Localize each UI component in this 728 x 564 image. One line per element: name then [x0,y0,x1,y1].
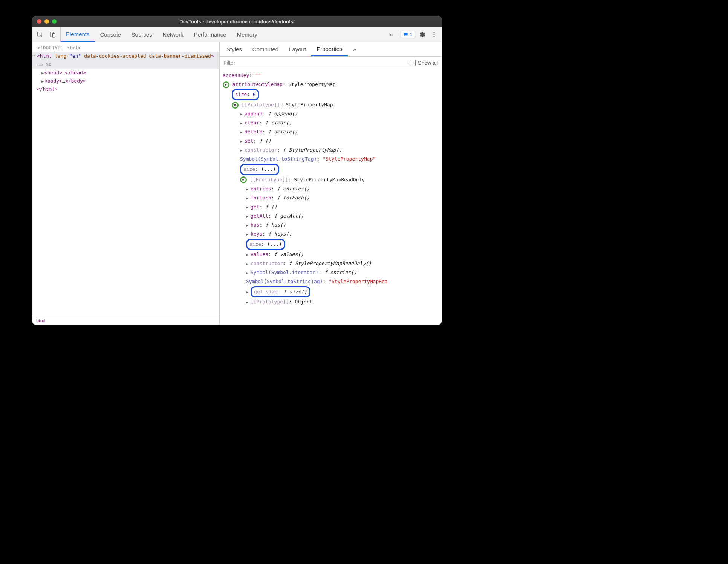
property-row[interactable]: Symbol(Symbol.toStringTag): "StyleProper… [220,155,442,164]
sidebar-pane: StylesComputedLayoutProperties» Show all… [220,42,442,325]
highlighted-property: get size: f size() [251,286,310,297]
toolbar-right: 1 [398,27,442,42]
highlighted-property: size: 0 [232,89,259,100]
property-row[interactable]: size: (...) [220,164,442,175]
dom-tree[interactable]: <!DOCTYPE html> <html lang="en" data-coo… [32,42,219,316]
titlebar: DevTools - developer.chrome.com/docs/dev… [32,16,442,27]
more-icon[interactable] [429,29,439,40]
properties-list[interactable]: accessKey: "" attributeStyleMap: StylePr… [220,69,442,325]
expand-icon[interactable]: ▶ [246,251,251,259]
expand-icon[interactable]: ▶ [246,186,251,193]
property-row[interactable]: ▶set: f () [220,136,442,146]
property-row[interactable]: ▶[[Prototype]]: Object [220,297,442,307]
expand-icon[interactable]: ▶ [246,204,251,211]
toolbar-left [32,27,61,42]
sidebar-tabs: StylesComputedLayoutProperties» [220,42,442,57]
property-row[interactable]: ▶entries: f entries() [220,184,442,193]
property-row[interactable]: size: (...) [220,239,442,250]
settings-icon[interactable] [417,29,427,40]
property-row[interactable]: Symbol(Symbol.toStringTag): "StyleProper… [220,277,442,286]
property-row[interactable]: ▶get: f () [220,202,442,212]
close-window-button[interactable] [37,19,41,24]
sidebar-tab-layout[interactable]: Layout [284,42,311,56]
issues-count: 1 [410,32,413,37]
tab-memory[interactable]: Memory [232,27,263,42]
sidebar-tabs-overflow[interactable]: » [348,42,361,56]
property-row[interactable]: ▶keys: f keys() [220,230,442,239]
expand-icon[interactable]: ▶ [246,270,251,277]
show-all-toggle[interactable]: Show all [410,60,438,66]
tabs-overflow[interactable]: » [384,27,398,42]
property-row[interactable]: ▶constructor: f StylePropertyMap() [220,146,442,155]
expand-down-icon[interactable] [232,102,239,109]
highlighted-property: size: (...) [246,239,285,250]
property-row[interactable]: ▶delete: f delete() [220,127,442,136]
svg-point-6 [434,36,435,37]
property-row[interactable]: ▶getAll: f getAll() [220,212,442,221]
main-toolbar: ElementsConsoleSourcesNetworkPerformance… [32,27,442,42]
sidebar-tab-styles[interactable]: Styles [221,42,247,56]
expand-down-icon[interactable] [240,176,247,183]
expand-icon[interactable]: ▶ [41,71,44,75]
property-row[interactable]: ▶constructor: f StylePropertyMapReadOnly… [220,259,442,268]
expand-icon[interactable]: ▶ [246,261,251,268]
property-row[interactable]: attributeStyleMap: StylePropertyMap [220,80,442,89]
expand-icon[interactable]: ▶ [246,299,251,306]
property-row[interactable]: [[Prototype]]: StylePropertyMapReadOnly [220,175,442,184]
dom-head-element[interactable]: ▶<head>…</head> [32,69,219,77]
expand-icon[interactable]: ▶ [240,129,245,136]
tab-performance[interactable]: Performance [189,27,232,42]
tab-network[interactable]: Network [158,27,189,42]
expand-icon[interactable]: ▶ [41,79,44,83]
tab-sources[interactable]: Sources [126,27,158,42]
property-row[interactable]: ▶has: f has() [220,221,442,230]
dom-html-close[interactable]: </html> [32,85,219,93]
zoom-window-button[interactable] [52,19,57,24]
dom-body-element[interactable]: ▶<body>…</body> [32,77,219,85]
device-toolbar-icon[interactable] [47,29,58,40]
expand-icon[interactable]: ▶ [240,147,245,154]
minimize-window-button[interactable] [44,19,49,24]
expand-icon[interactable]: ▶ [240,111,245,118]
expand-icon[interactable]: ▶ [246,195,251,202]
svg-rect-2 [52,34,55,37]
svg-point-5 [434,34,435,35]
devtools-window: DevTools - developer.chrome.com/docs/dev… [32,16,442,325]
breadcrumb[interactable]: html [32,316,219,325]
tab-elements[interactable]: Elements [61,27,95,42]
property-row[interactable]: ▶values: f values() [220,250,442,259]
dom-doctype[interactable]: <!DOCTYPE html> [32,44,219,52]
expand-icon[interactable]: ▶ [240,138,245,145]
expand-icon[interactable]: ▶ [246,231,251,238]
show-all-checkbox[interactable] [410,60,416,66]
property-row[interactable]: ▶forEach: f forEach() [220,193,442,202]
show-all-label: Show all [418,60,438,66]
traffic-lights [37,19,57,24]
expand-icon[interactable]: ▶ [246,222,251,229]
property-row[interactable]: ▶get size: f size() [220,286,442,297]
filter-input[interactable] [223,60,406,66]
content: <!DOCTYPE html> <html lang="en" data-coo… [32,42,442,325]
inspect-element-icon[interactable] [35,29,45,40]
filter-row: Show all [220,57,442,69]
property-row[interactable]: [[Prototype]]: StylePropertyMap [220,100,442,109]
sidebar-tab-properties[interactable]: Properties [311,42,347,56]
expand-icon[interactable]: ▶ [246,213,251,220]
window-title: DevTools - developer.chrome.com/docs/dev… [32,19,442,25]
svg-point-4 [434,32,435,33]
property-row[interactable]: ▶Symbol(Symbol.iterator): f entries() [220,268,442,277]
issues-button[interactable]: 1 [401,31,415,38]
highlighted-property: size: (...) [240,164,279,175]
expand-icon[interactable]: ▶ [246,289,251,296]
property-row[interactable]: ▶clear: f clear() [220,118,442,127]
tab-console[interactable]: Console [95,27,126,42]
property-row[interactable]: size: 0 [220,89,442,100]
expand-icon[interactable]: ▶ [240,120,245,127]
property-row[interactable]: accessKey: "" [220,71,442,80]
property-row[interactable]: ▶append: f append() [220,109,442,118]
elements-pane: <!DOCTYPE html> <html lang="en" data-coo… [32,42,220,325]
dom-html-element[interactable]: <html lang="en" data-cookies-accepted da… [32,52,219,69]
main-tabs: ElementsConsoleSourcesNetworkPerformance… [61,27,384,42]
expand-down-icon[interactable] [223,81,229,88]
sidebar-tab-computed[interactable]: Computed [247,42,284,56]
